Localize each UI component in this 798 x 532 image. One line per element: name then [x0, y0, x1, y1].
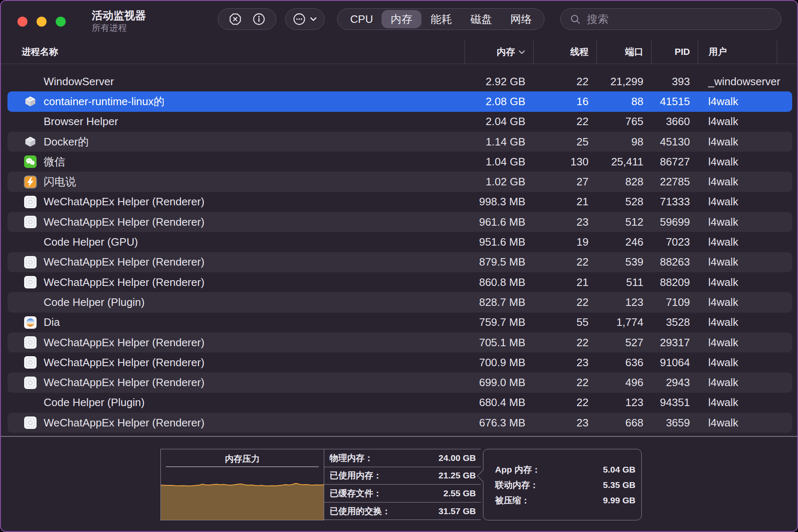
process-name-cell: Code Helper (Plugin) [7, 296, 465, 309]
pid-cell: 393 [651, 75, 698, 88]
pid-cell: 88209 [651, 276, 698, 289]
threads-cell: 130 [533, 155, 596, 168]
ports-cell: 528 [596, 195, 651, 208]
inspect-process-button[interactable] [252, 12, 266, 26]
column-header-pid[interactable]: PID [651, 40, 698, 64]
pid-cell: 2943 [651, 376, 698, 389]
pid-cell: 71333 [651, 195, 698, 208]
ports-cell: 98 [596, 135, 651, 148]
threads-cell: 25 [533, 135, 596, 148]
ellipsis-circle-icon [292, 12, 306, 26]
app-icon-cube [24, 95, 37, 108]
threads-cell: 22 [533, 396, 596, 409]
process-name-text: WeChatAppEx Helper (Renderer) [44, 336, 204, 349]
memory-cell: 705.1 MB [465, 336, 533, 349]
pid-cell: 22785 [651, 175, 698, 188]
stat-label: 已使用的交换： [330, 505, 391, 517]
threads-cell: 21 [533, 195, 596, 208]
process-name-text: WeChatAppEx Helper (Renderer) [44, 356, 204, 369]
app-icon-wechat [24, 155, 37, 168]
user-cell: l4walk [698, 115, 792, 128]
x-octagon-icon [228, 12, 242, 26]
memory-cell: 2.92 GB [465, 75, 533, 88]
memory-cell: 828.7 MB [465, 296, 533, 309]
column-header-process-name[interactable]: 进程名称 [7, 40, 465, 64]
pid-cell: 29317 [651, 336, 698, 349]
user-cell: l4walk [698, 276, 792, 289]
stat-label: 物理内存： [330, 452, 373, 464]
memory-summary-footer: 内存压力 物理内存：24.00 GB已使用内存：21.25 GB已缓存文件：2.… [1, 437, 798, 532]
process-name-text: Docker的 [44, 135, 89, 149]
table-row[interactable]: Dia759.7 MB551,7743528l4walk [7, 313, 792, 332]
tab-cpu[interactable]: CPU [342, 10, 382, 28]
process-name-text: Code Helper (Plugin) [44, 296, 145, 309]
process-name-cell: Code Helper (GPU) [7, 236, 465, 249]
memory-cell: 699.0 MB [465, 376, 533, 389]
table-row[interactable]: Browser Helper2.04 GB227653660l4walk [7, 112, 792, 132]
column-header-ports[interactable]: 端口 [596, 40, 651, 64]
table-row[interactable]: Docker的1.14 GB259845130l4walk [7, 132, 792, 152]
pid-cell: 88263 [651, 256, 698, 268]
table-row[interactable]: Code Helper (Plugin)828.7 MB221237109l4w… [7, 292, 792, 312]
table-row[interactable]: WeChatAppEx Helper (Renderer)998.3 MB215… [7, 192, 792, 212]
memory-cell: 700.9 MB [465, 356, 533, 369]
app-icon-empty [24, 396, 37, 409]
memory-cell: 2.04 GB [465, 115, 533, 128]
user-cell: l4walk [698, 296, 792, 309]
app-icon-wechatappex [24, 336, 37, 349]
memory-cell: 2.08 GB [465, 95, 533, 108]
pid-cell: 3660 [651, 115, 698, 128]
search-icon [570, 14, 581, 25]
app-icon-cube [24, 135, 37, 148]
threads-cell: 16 [533, 95, 596, 108]
quit-process-button[interactable] [228, 12, 242, 26]
app-icon-wechatappex [24, 416, 37, 429]
process-name-cell: container-runtime-linux的 [7, 94, 465, 109]
stat-row: 联动内存：5.35 GB [495, 477, 635, 493]
user-cell: l4walk [698, 236, 792, 249]
column-header-memory[interactable]: 内存 [465, 40, 533, 64]
table-row[interactable]: WeChatAppEx Helper (Renderer)705.1 MB225… [7, 332, 792, 352]
process-name-cell: WeChatAppEx Helper (Renderer) [7, 376, 465, 389]
table-row[interactable]: WeChatAppEx Helper (Renderer)676.3 MB236… [7, 413, 792, 433]
tab-disk[interactable]: 磁盘 [461, 10, 501, 28]
user-cell: l4walk [698, 256, 792, 268]
search-placeholder: 搜索 [587, 12, 608, 27]
stat-value: 5.04 GB [603, 465, 635, 475]
table-row[interactable]: WeChatAppEx Helper (Renderer)879.5 MB225… [7, 252, 792, 272]
tab-energy[interactable]: 能耗 [421, 10, 461, 28]
table-row[interactable]: WeChatAppEx Helper (Renderer)700.9 MB236… [7, 352, 792, 372]
column-header-threads[interactable]: 线程 [533, 40, 596, 64]
traffic-light-minimize-button[interactable] [37, 17, 47, 27]
table-row[interactable]: Code Helper (GPU)951.6 MB192467023l4walk [7, 232, 792, 252]
process-name-cell: WeChatAppEx Helper (Renderer) [7, 356, 465, 369]
traffic-light-close-button[interactable] [17, 17, 27, 27]
more-options-button[interactable] [292, 12, 318, 26]
stat-value: 2.55 GB [443, 488, 476, 498]
info-circle-icon [252, 12, 266, 26]
table-row[interactable]: 微信1.04 GB13025,41186727l4walk [7, 152, 792, 172]
table-row[interactable]: WeChatAppEx Helper (Renderer)699.0 MB224… [7, 372, 792, 392]
process-name-cell: WeChatAppEx Helper (Renderer) [7, 256, 465, 269]
pid-cell: 3528 [651, 316, 698, 329]
table-row[interactable]: WeChatAppEx Helper (Renderer)961.6 MB235… [7, 212, 792, 232]
column-header-user[interactable]: 用户 [698, 40, 777, 64]
table-row[interactable]: 闪电说1.02 GB2782822785l4walk [7, 172, 792, 192]
table-row[interactable]: Code Helper (Plugin)680.4 MB2212394351l4… [7, 393, 792, 413]
table-row[interactable]: WindowServer2.92 GB2221,299393_windowser… [7, 71, 792, 91]
traffic-light-zoom-button[interactable] [56, 17, 66, 27]
tab-network[interactable]: 网络 [501, 10, 541, 28]
process-name-text: WeChatAppEx Helper (Renderer) [44, 276, 204, 289]
search-field[interactable]: 搜索 [560, 8, 781, 30]
memory-stats-bubble: App 内存：5.04 GB联动内存：5.35 GB被压缩：9.99 GB [483, 449, 642, 520]
tab-memory[interactable]: 内存 [382, 10, 421, 28]
pid-cell: 59699 [651, 216, 698, 229]
process-actions-group [218, 8, 276, 30]
table-row[interactable]: WeChatAppEx Helper (Renderer)860.8 MB215… [7, 272, 792, 292]
table-row[interactable]: container-runtime-linux的2.08 GB168841515… [7, 91, 792, 111]
ports-cell: 88 [596, 95, 651, 108]
ports-cell: 511 [596, 276, 651, 289]
process-name-cell: WeChatAppEx Helper (Renderer) [7, 195, 465, 209]
process-name-cell: Docker的 [7, 135, 465, 149]
process-name-text: Code Helper (GPU) [44, 236, 138, 249]
